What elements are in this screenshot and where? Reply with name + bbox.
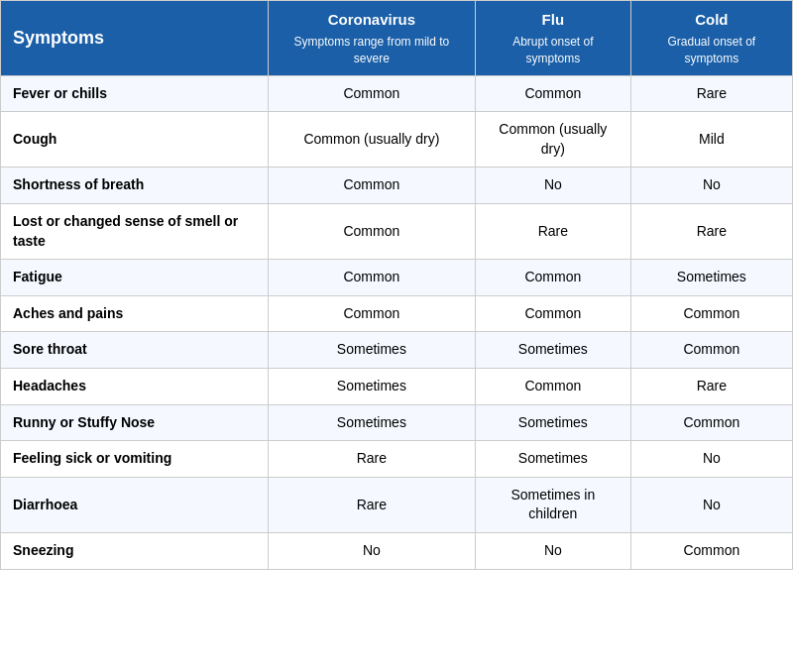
cold-cell: Common (630, 295, 792, 332)
symptom-cell: Shortness of breath (1, 168, 269, 204)
flu-cell: Common (usually dry) (475, 112, 630, 168)
flu-cell: Rare (475, 203, 630, 259)
coronavirus-header: Coronavirus Symptoms range from mild to … (268, 1, 475, 76)
cold-cell: Rare (630, 203, 792, 259)
symptom-cell: Sneezing (1, 532, 269, 569)
table-row: HeadachesSometimesCommonRare (1, 368, 793, 404)
cold-cell: No (630, 477, 792, 532)
table-row: Shortness of breathCommonNoNo (1, 168, 793, 204)
flu-cell: Sometimes (475, 441, 630, 478)
coronavirus-cell: Rare (268, 477, 475, 532)
flu-cell: No (475, 168, 630, 204)
coronavirus-cell: Rare (268, 441, 475, 478)
symptom-cell: Feeling sick or vomiting (1, 441, 269, 478)
table-row: Feeling sick or vomitingRareSometimesNo (1, 441, 793, 478)
symptoms-header: Symptoms (1, 1, 269, 76)
table-row: CoughCommon (usually dry)Common (usually… (1, 112, 793, 168)
coronavirus-cell: Sometimes (268, 368, 475, 404)
table-row: FatigueCommonCommonSometimes (1, 260, 793, 296)
symptom-cell: Runny or Stuffy Nose (1, 404, 269, 441)
table-row: Sore throatSometimesSometimesCommon (1, 332, 793, 369)
cold-cell: Rare (630, 75, 792, 112)
flu-cell: No (475, 532, 630, 569)
flu-header: Flu Abrupt onset of symptoms (475, 1, 630, 76)
symptom-cell: Headaches (1, 368, 269, 404)
flu-cell: Common (475, 75, 630, 112)
symptom-cell: Aches and pains (1, 295, 269, 332)
symptom-cell: Fever or chills (1, 75, 269, 112)
symptom-cell: Lost or changed sense of smell or taste (1, 203, 269, 259)
symptom-cell: Sore throat (1, 332, 269, 369)
flu-cell: Sometimes in children (475, 477, 630, 532)
cold-cell: Mild (630, 112, 792, 168)
symptom-cell: Cough (1, 112, 269, 168)
flu-cell: Sometimes (475, 332, 630, 369)
flu-cell: Common (475, 260, 630, 296)
table-row: SneezingNoNoCommon (1, 532, 793, 569)
symptom-cell: Fatigue (1, 260, 269, 296)
coronavirus-cell: Common (usually dry) (268, 112, 475, 168)
table-row: Aches and painsCommonCommonCommon (1, 295, 793, 332)
table-row: Lost or changed sense of smell or tasteC… (1, 203, 793, 259)
table-row: Runny or Stuffy NoseSometimesSometimesCo… (1, 404, 793, 441)
cold-cell: Common (630, 404, 792, 441)
coronavirus-cell: Common (268, 295, 475, 332)
cold-cell: No (630, 168, 792, 204)
cold-cell: Common (630, 532, 792, 569)
coronavirus-cell: Common (268, 168, 475, 204)
cold-cell: No (630, 441, 792, 478)
coronavirus-cell: Common (268, 203, 475, 259)
coronavirus-cell: Common (268, 260, 475, 296)
cold-cell: Sometimes (630, 260, 792, 296)
coronavirus-cell: Sometimes (268, 332, 475, 369)
table-row: DiarrhoeaRareSometimes in childrenNo (1, 477, 793, 532)
coronavirus-cell: Sometimes (268, 404, 475, 441)
cold-cell: Common (630, 332, 792, 369)
cold-header: Cold Gradual onset of symptoms (630, 1, 792, 76)
coronavirus-cell: No (268, 532, 475, 569)
cold-cell: Rare (630, 368, 792, 404)
coronavirus-cell: Common (268, 75, 475, 112)
flu-cell: Common (475, 295, 630, 332)
flu-cell: Common (475, 368, 630, 404)
symptom-cell: Diarrhoea (1, 477, 269, 532)
comparison-table: Symptoms Coronavirus Symptoms range from… (0, 0, 793, 570)
flu-cell: Sometimes (475, 404, 630, 441)
table-row: Fever or chillsCommonCommonRare (1, 75, 793, 112)
